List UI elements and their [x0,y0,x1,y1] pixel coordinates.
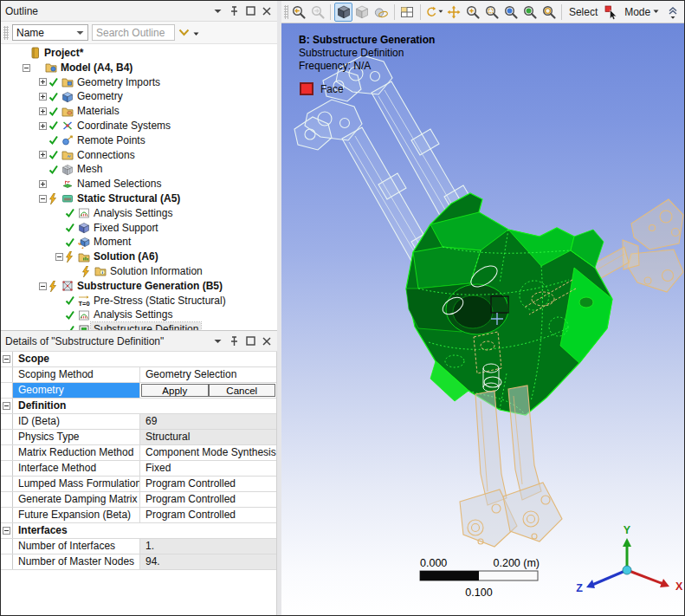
magnifier-window-icon[interactable] [520,3,539,22]
box-zoom-icon[interactable] [482,3,501,22]
tree-item-named-selections[interactable]: Named Selections [1,177,277,191]
object-name: Substructure Definition [299,47,435,60]
shaded-exterior-edges-icon[interactable] [334,3,352,22]
tree-item-label: Solution Information [107,264,205,279]
mesh-icon [60,164,74,176]
tree-item-pre-stress-static-structural[interactable]: T=0Pre-Stress (Static Structural) [1,294,277,308]
outline-title: Outline [5,5,38,17]
model-canvas[interactable]: 0.000 0.200 (m) 0.100 Y X [281,23,684,615]
close-icon[interactable] [261,335,273,347]
tree-item-analysis-settings[interactable]: Analysis Settings [1,206,277,221]
gutter-spacer [1,539,13,554]
tree-item-connections[interactable]: Connections [1,148,277,163]
expander-expand-icon[interactable] [37,93,48,101]
tree-item-label: Substructure Generation (B5) [74,279,225,294]
solution-icon [76,251,91,263]
graphics-viewport[interactable]: 0.000 0.200 (m) 0.100 Y X [281,23,684,615]
tree-item-solution-a6[interactable]: Solution (A6) [1,250,277,264]
search-row-grip[interactable] [3,26,9,40]
rotate-icon[interactable] [424,3,444,22]
pin-icon[interactable] [228,5,240,17]
zoom-fit-icon[interactable] [501,3,520,22]
details-value[interactable]: Program Controlled [140,477,276,491]
details-value[interactable]: Program Controlled [140,492,276,507]
tree-item-substructure-definition[interactable]: Substructure Definition [1,322,277,330]
connections-icon [60,149,74,161]
cancel-button[interactable]: Cancel [209,384,276,397]
mode-label[interactable]: Mode [621,6,662,18]
graphics-options-icon[interactable] [372,3,391,22]
close-icon[interactable] [261,5,273,17]
tree-item-label: Geometry Imports [74,75,163,90]
expander-expand-icon[interactable] [37,180,48,188]
details-value[interactable]: Program Controlled [140,508,276,522]
search-options-caret-icon[interactable] [193,27,199,39]
details-value[interactable]: Component Mode Synthesis [140,445,276,460]
section-toggle-icon[interactable] [1,523,13,538]
expander-expand-icon[interactable] [37,122,48,130]
pan-icon[interactable] [445,3,463,22]
expander-expand-icon[interactable] [37,151,48,159]
select-label[interactable]: Select [565,6,601,18]
remote-points-icon [60,134,74,146]
orientation-triad[interactable]: Y X Z [576,524,683,594]
section-toggle-icon[interactable] [1,352,13,366]
face-legend-swatch [300,82,313,95]
details-row-id-beta: ID (Beta)69 [1,414,276,430]
maximize-icon[interactable] [244,5,256,17]
filter-chevron-icon[interactable] [178,27,190,39]
zoom-icon[interactable] [463,3,481,22]
check-icon [48,92,60,102]
viewports-icon[interactable] [398,3,417,22]
panel-menu-caret-icon[interactable] [211,335,223,347]
model-selected-body[interactable] [406,193,612,415]
details-label: Interface Method [13,461,140,476]
tree-item-moment[interactable]: Moment [1,235,277,250]
tree-item-remote-points[interactable]: Remote Points [1,133,277,148]
tree-item-static-structural-a5[interactable]: Static Structural (A5) [1,191,277,206]
tree-item-analysis-settings[interactable]: Analysis Settings [1,308,277,322]
tree-item-geometry-imports[interactable]: Geometry Imports [1,75,277,90]
model-wireframe-legs[interactable] [460,377,562,547]
tree-item-solution-information[interactable]: Solution Information [1,264,277,279]
scale-mid-label: 0.100 [465,587,492,599]
tree-item-materials[interactable]: Materials [1,104,277,119]
previous-view-icon[interactable] [540,3,558,22]
toolbar-overflow-icon[interactable] [663,3,682,22]
check-icon [48,135,60,146]
tree-item-fixed-support[interactable]: Fixed Support [1,221,277,236]
maximize-icon[interactable] [244,335,256,347]
panel-menu-caret-icon[interactable] [211,5,223,17]
section-toggle-icon[interactable] [1,399,13,413]
details-label: Number of Interfaces [13,539,140,554]
zoom-back-icon[interactable] [289,3,307,22]
apply-button[interactable]: Apply [141,384,209,397]
tree-item-mesh[interactable]: Mesh [1,162,277,177]
expander-collapse-icon[interactable] [21,64,32,72]
expander-collapse-icon[interactable] [37,195,48,203]
tree-item-project[interactable]: Project* [1,46,277,61]
name-filter-dropdown[interactable]: Name [12,24,88,41]
select-mode-cursor-icon[interactable] [602,3,620,22]
gutter-spacer [1,414,13,429]
tree-item-model-a4-b4[interactable]: Model (A4, B4) [1,61,277,75]
details-titlebar: Details of "Substructure Definition" [1,331,277,352]
details-title: Details of "Substructure Definition" [5,335,164,347]
expander-expand-icon[interactable] [37,78,48,86]
details-label-geometry[interactable]: Geometry [13,383,140,398]
expander-collapse-icon[interactable] [54,253,65,261]
details-value[interactable]: Geometry Selection [140,367,276,382]
expander-collapse-icon[interactable] [37,282,48,290]
tree-item-substructure-generation-b5[interactable]: Substructure Generation (B5) [1,279,277,294]
search-input[interactable] [92,24,175,41]
pin-icon[interactable] [228,335,240,347]
shaded-exterior-icon[interactable] [353,3,372,22]
toolbar-grip[interactable] [284,5,288,19]
tree-item-coordinate-systems[interactable]: Coordinate Systems [1,119,277,133]
substructure-generation-icon [60,280,74,292]
details-value[interactable]: Fixed [140,461,276,476]
substructure-definition-icon [76,324,91,330]
tree-item-geometry[interactable]: Geometry [1,89,277,104]
zoom-forward-icon[interactable] [308,3,326,22]
expander-expand-icon[interactable] [37,107,48,115]
